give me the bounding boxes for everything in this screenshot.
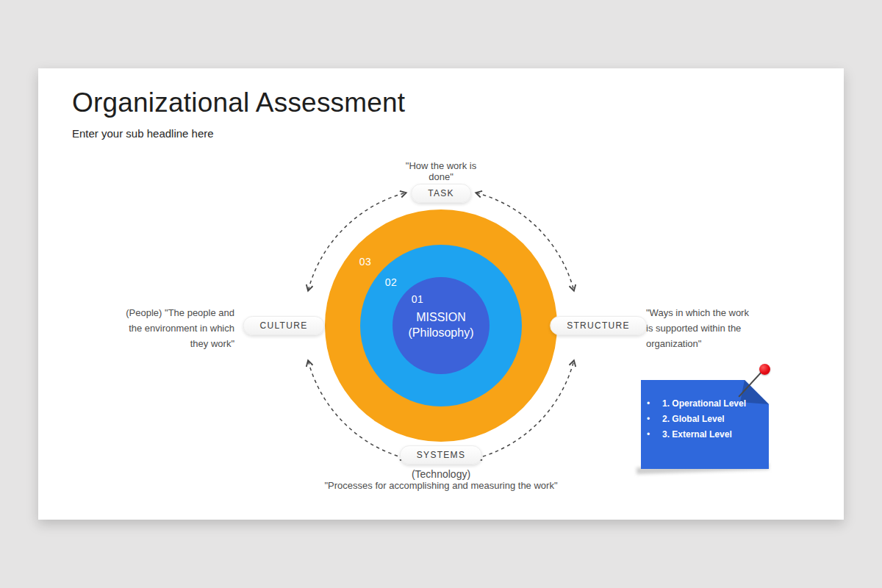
- arc-top-right: [476, 193, 573, 290]
- page-background: { "slide": { "title": "Organizational As…: [0, 0, 882, 588]
- pill-structure: STRUCTURE: [550, 316, 647, 335]
- arc-top-left: [308, 193, 405, 290]
- culture-description: (People) "The people and the environment…: [117, 305, 234, 351]
- arc-bottom-right: [476, 361, 573, 458]
- structure-desc-line2: is supported within the: [646, 320, 778, 336]
- task-description: "How the work is done": [382, 160, 500, 182]
- presentation-slide: Organizational Assessment Enter your sub…: [38, 68, 844, 520]
- culture-desc-line3: they work": [117, 336, 234, 351]
- sticky-note: 1. Operational Level 2. Global Level 3. …: [641, 380, 769, 469]
- task-desc-line2: done": [382, 171, 500, 182]
- culture-desc-line1: (People) "The people and: [117, 305, 234, 320]
- note-item-2: 2. Global Level: [645, 415, 767, 423]
- culture-desc-line2: the environment in which: [117, 320, 234, 336]
- note-level-list: 1. Operational Level 2. Global Level 3. …: [645, 399, 767, 445]
- pill-systems: SYSTEMS: [400, 445, 482, 465]
- pushpin-icon: [759, 364, 770, 375]
- systems-description: (Technology) "Processes for accomplishin…: [294, 469, 588, 491]
- systems-desc-line2: "Processes for accomplishing and measuri…: [294, 480, 588, 491]
- pill-culture: CULTURE: [243, 316, 325, 335]
- arc-bottom-left: [308, 361, 405, 458]
- task-desc-line1: "How the work is: [382, 160, 500, 171]
- pill-task: TASK: [411, 184, 471, 203]
- systems-desc-line1: (Technology): [294, 469, 588, 480]
- structure-description: "Ways in which the work is supported wit…: [646, 305, 778, 351]
- note-item-1: 1. Operational Level: [645, 399, 767, 408]
- structure-desc-line1: "Ways in which the work: [646, 305, 778, 320]
- note-item-3: 3. External Level: [645, 430, 767, 439]
- structure-desc-line3: organization": [646, 336, 778, 351]
